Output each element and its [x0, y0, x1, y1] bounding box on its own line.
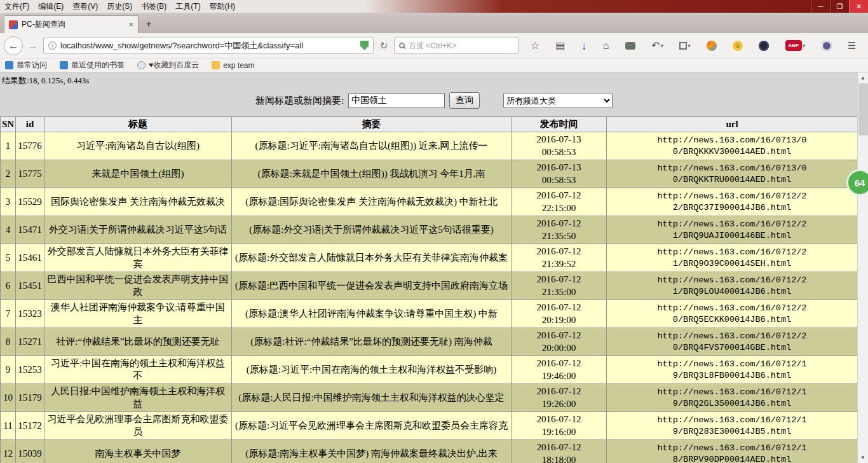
news-table-body: 115776习近平:南海诸岛自古以(组图)(原标题:习近平:南海诸岛自古以(组图… [1, 132, 858, 463]
table-row: 315529国际舆论密集发声 关注南海仲裁无效裁决(原标题:国际舆论密集发声 关… [1, 188, 858, 216]
cell-summary: (原标题:外交习语|关于所谓仲裁裁决习近平这5句话很重要) [232, 216, 512, 244]
tab-close-icon[interactable]: × [128, 20, 133, 29]
cell-url: http://news.163.com/16/0712/21/BRQ9UAJI0… [607, 216, 858, 244]
chat-bubble-icon[interactable] [625, 42, 635, 50]
menu-view[interactable]: 查看(V) [68, 0, 102, 13]
scroll-down-icon[interactable]: ▼ [858, 452, 868, 463]
table-row: 115776习近平:南海诸岛自古以(组图)(原标题:习近平:南海诸岛自古以(组图… [1, 132, 858, 160]
cell-datetime: 2016-07-12 21:35:50 [512, 216, 607, 244]
scroll-up-icon[interactable]: ▲ [858, 73, 868, 83]
cell-title: 澳华人社团评南海仲裁案争议:请尊重中国主 [44, 300, 232, 328]
cell-id: 15323 [16, 300, 44, 328]
search-icon [399, 43, 405, 48]
abp-icon: ABP [785, 40, 802, 51]
screenshot-tool-button[interactable]: ▾ [679, 42, 691, 50]
bookmark-baidu-cloud[interactable]: ♥收藏到百度云 [137, 60, 199, 71]
cell-url: http://news.163.com/16/0713/00/BRQKKTRU0… [607, 160, 858, 188]
adblock-plus-button[interactable]: ABP ▾ [785, 40, 806, 51]
cell-datetime: 2016-07-12 20:00:00 [512, 328, 607, 356]
cell-summary: (原标题:南海主权事关中国梦) 南海仲裁案最终裁决出炉,出来 [232, 440, 512, 463]
cell-url: http://news.163.com/16/0712/19/BRQ3L8FB0… [607, 356, 858, 384]
cell-title: 外交部发言人陆慷就日本外务大臣有关菲律宾 [44, 244, 232, 272]
cell-id: 15776 [16, 132, 44, 160]
navigation-toolbar: ← → i localhost/www_show/getnews/?search… [0, 33, 868, 59]
scrollbar-thumb[interactable] [858, 83, 868, 135]
table-row: 915253习近平:中国在南海的领土主权和海洋权益不(原标题:习近平:中国在南海… [1, 356, 858, 384]
toolbar-icons: ☆ ▤ ↓ ⌂ ↶ ▾ ▾ ☺ ABP ▾ ☰ [522, 40, 864, 52]
table-row: 715323澳华人社团评南海仲裁案争议:请尊重中国主(原标题:澳华人社团评南海仲… [1, 300, 858, 328]
menu-history[interactable]: 历史(S) [102, 0, 137, 13]
cell-summary: (原标题:来就是中国领土(组图)) 我战机演习 今年1月,南 [232, 160, 512, 188]
chevron-down-icon: ▾ [688, 43, 691, 49]
cell-datetime: 2016-07-13 00:58:53 [512, 160, 607, 188]
url-text[interactable]: localhost/www_show/getnews/?searchword=中… [60, 40, 356, 52]
cell-id: 15039 [16, 440, 44, 463]
cell-sn: 6 [1, 272, 16, 300]
menu-help[interactable]: 帮助(H) [205, 0, 240, 13]
cell-id: 15529 [16, 188, 44, 216]
cell-summary: (原标题:习近平会见欧洲理事会主席图斯克和欧盟委员会主席容克 [232, 412, 512, 440]
undo-arrow-icon: ↶ [651, 40, 660, 52]
cell-summary: (原标题:社评:“仲裁结果”比最坏的预测还要无耻) 南海仲裁 [232, 328, 512, 356]
floating-count-badge[interactable]: 64 [846, 169, 868, 196]
cell-title: 外交习语|关于所谓仲裁裁决习近平这5句话 [44, 216, 232, 244]
security-shield-icon[interactable] [360, 41, 369, 50]
keyword-input[interactable] [348, 93, 445, 108]
forward-button[interactable]: → [27, 40, 39, 52]
menu-edit[interactable]: 编辑(E) [34, 0, 68, 13]
reload-button[interactable]: ↻ [377, 40, 390, 52]
cell-url: http://news.163.com/16/0712/18/BRPV90DP0… [607, 440, 858, 463]
bookmark-label: 最常访问 [17, 60, 47, 71]
cell-datetime: 2016-07-12 18:18:00 [512, 440, 607, 463]
site-info-icon[interactable]: i [48, 41, 57, 50]
bookmark-star-icon[interactable]: ☆ [531, 40, 539, 52]
cell-datetime: 2016-07-12 21:35:00 [512, 272, 607, 300]
cell-sn: 12 [1, 440, 16, 463]
query-button[interactable]: 查询 [449, 92, 480, 109]
window-controls: ─ ❐ ✕ [811, 0, 868, 13]
downloads-icon[interactable]: ↓ [581, 40, 587, 52]
close-button[interactable]: ✕ [849, 0, 868, 13]
cell-title: 社评:“仲裁结果”比最坏的预测还要无耻 [44, 328, 232, 356]
cell-sn: 3 [1, 188, 16, 216]
cell-id: 15471 [16, 216, 44, 244]
bookmark-recent[interactable]: 最近使用的书签 [60, 60, 125, 71]
bookmark-most-visited[interactable]: 最常访问 [5, 60, 47, 71]
minimize-button[interactable]: ─ [811, 0, 830, 13]
table-row: 215775来就是中国领土(组图)(原标题:来就是中国领土(组图)) 我战机演习… [1, 160, 858, 188]
extension-colorful-icon[interactable] [707, 41, 717, 51]
channel-select[interactable]: 所有频道大类 [503, 93, 613, 108]
cell-title: 习近平:中国在南海的领土主权和海洋权益不 [44, 356, 232, 384]
new-tab-button[interactable]: + [140, 17, 157, 32]
menu-bookmarks[interactable]: 书签(B) [137, 0, 171, 13]
home-icon[interactable]: ⌂ [603, 40, 609, 52]
fingerprint-extension-icon[interactable] [822, 41, 832, 51]
browser-search-input[interactable] [409, 41, 513, 50]
menu-hamburger-icon[interactable]: ☰ [848, 40, 856, 52]
cell-url: http://news.163.com/16/0712/21/BRQ9LOU40… [607, 272, 858, 300]
cell-sn: 10 [1, 384, 16, 412]
header-url: url [607, 117, 858, 132]
undo-closed-tab-button[interactable]: ↶ ▾ [651, 40, 663, 52]
vertical-scrollbar[interactable]: ▲ ▼ [857, 73, 868, 463]
menu-tools[interactable]: 工具(T) [171, 0, 205, 13]
address-bar[interactable]: i localhost/www_show/getnews/?searchword… [43, 37, 374, 54]
cell-sn: 8 [1, 328, 16, 356]
cell-datetime: 2016-07-12 20:19:00 [512, 300, 607, 328]
cell-title: 习近平会见欧洲理事会主席图斯克和欧盟委员 [44, 412, 232, 440]
back-button[interactable]: ← [4, 36, 23, 55]
tab-news-query[interactable]: PC-新闻查询 × [4, 15, 139, 33]
header-summary: 摘要 [232, 117, 512, 132]
cell-sn: 5 [1, 244, 16, 272]
tab-title: PC-新闻查询 [22, 19, 65, 30]
bookmark-exp-team[interactable]: exp team [212, 61, 254, 70]
smiley-extension-icon[interactable]: ☺ [733, 41, 743, 51]
library-icon[interactable]: ▤ [555, 40, 565, 52]
menu-file[interactable]: 文件(F) [0, 0, 34, 13]
search-bar[interactable] [394, 37, 519, 54]
tab-favicon-icon [9, 20, 18, 29]
globe-extension-icon[interactable] [759, 41, 769, 51]
maximize-button[interactable]: ❐ [830, 0, 849, 13]
bookmarks-bar: 最常访问 最近使用的书签 ♥收藏到百度云 exp team [0, 59, 868, 73]
cell-url: http://news.163.com/16/0712/21/BRQ9O39C0… [607, 244, 858, 272]
